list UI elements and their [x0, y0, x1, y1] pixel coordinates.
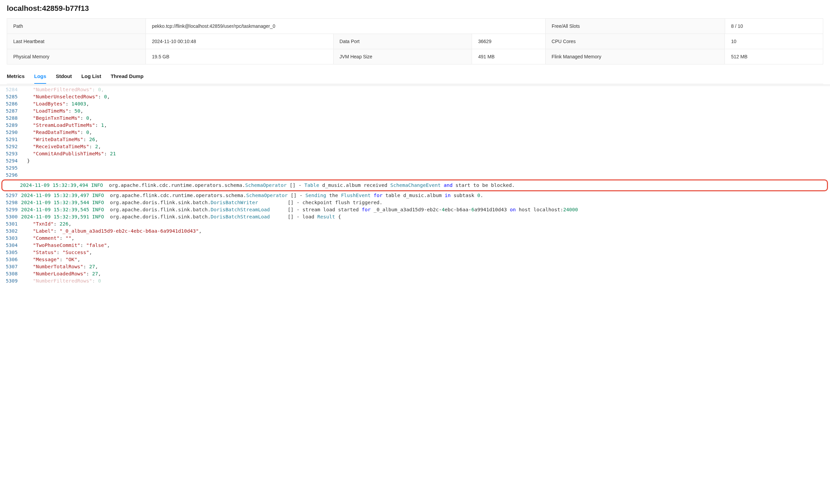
log-line: "Label": "_0_album_a3ad15d9-eb2c-4ebc-b6… — [21, 228, 830, 235]
log-line: "TwoPhaseCommit": "false", — [21, 242, 830, 249]
line-number: 5297 — [0, 192, 21, 199]
line-number: 5305 — [0, 249, 21, 256]
line-number: 5300 — [0, 213, 21, 220]
log-line: "ReceiveDataTimeMs": 2, — [21, 143, 830, 150]
log-line: "NumberFilteredRows": 0 — [21, 277, 830, 285]
dataport-value: 36629 — [472, 34, 545, 49]
line-number: 5285 — [0, 93, 21, 100]
tab-stdout[interactable]: Stdout — [56, 71, 72, 84]
log-line: 2024-11-09 15:32:39,591 INFO org.apache.… — [21, 213, 830, 220]
path-value: pekko.tcp://flink@localhost:42859/user/r… — [146, 19, 546, 34]
log-line: "ReadDataTimeMs": 0, — [21, 129, 830, 136]
line-number: 5291 — [0, 136, 21, 143]
log-line: "NumberTotalRows": 27, — [21, 263, 830, 270]
log-line: 2024-11-09 15:32:39,545 INFO org.apache.… — [21, 206, 830, 213]
log-line: "Comment": "", — [21, 235, 830, 242]
heartbeat-value: 2024-11-10 00:10:48 — [146, 34, 334, 49]
flinkmem-label: Flink Managed Memory — [546, 49, 725, 64]
log-line: "NumberUnselectedRows": 0, — [21, 93, 830, 100]
cpu-label: CPU Cores — [546, 34, 725, 49]
jvmheap-label: JVM Heap Size — [334, 49, 472, 64]
heartbeat-label: Last Heartbeat — [7, 34, 146, 49]
line-number: 5293 — [0, 150, 21, 157]
log-line — [21, 172, 830, 179]
log-line: "CommitAndPublishTimeMs": 21 — [21, 150, 830, 157]
line-number: 5298 — [0, 199, 21, 206]
log-line: "NumberLoadedRows": 27, — [21, 270, 830, 277]
slots-value: 8 / 10 — [725, 19, 823, 34]
line-number: 5306 — [0, 256, 21, 263]
path-label: Path — [7, 19, 146, 34]
line-number: 5294 — [0, 157, 21, 164]
log-line: 2024-11-09 15:32:39,544 INFO org.apache.… — [21, 199, 830, 206]
flinkmem-value: 512 MB — [725, 49, 823, 64]
line-number: 5304 — [0, 242, 21, 249]
tab-logs[interactable]: Logs — [34, 71, 46, 84]
line-number: 5289 — [0, 122, 21, 129]
log-line: } — [21, 157, 830, 164]
log-line: "NumberFilteredRows": 0, — [21, 86, 830, 93]
table-row: Last Heartbeat 2024-11-10 00:10:48 Data … — [7, 34, 823, 49]
line-number: 5295 — [0, 164, 21, 172]
log-line: 2024-11-09 15:32:39,497 INFO org.apache.… — [21, 192, 830, 199]
slots-label: Free/All Slots — [546, 19, 725, 34]
log-line: "StreamLoadPutTimeMs": 1, — [21, 122, 830, 129]
line-number: 5296 — [0, 172, 21, 179]
info-table: Path pekko.tcp://flink@localhost:42859/u… — [7, 18, 823, 64]
line-number: 5308 — [0, 270, 21, 277]
cpu-value: 10 — [725, 34, 823, 49]
line-number: 5302 — [0, 228, 21, 235]
log-line: "LoadTimeMs": 50, — [21, 108, 830, 115]
dataport-label: Data Port — [334, 34, 472, 49]
log-line: "LoadBytes": 14003, — [21, 100, 830, 108]
page-title: localhost:42859-b77f13 — [7, 4, 823, 13]
tab-threaddump[interactable]: Thread Dump — [111, 71, 144, 84]
physmem-label: Physical Memory — [7, 49, 146, 64]
line-number: 5303 — [0, 235, 21, 242]
log-line: "Message": "OK", — [21, 256, 830, 263]
tab-bar: Metrics Logs Stdout Log List Thread Dump — [7, 68, 823, 84]
line-number: 5286 — [0, 100, 21, 108]
log-line: "WriteDataTimeMs": 26, — [21, 136, 830, 143]
highlighted-log: . 2024-11-09 15:32:39,494 INFO org.apach… — [1, 179, 828, 191]
log-line: "BeginTxnTimeMs": 0, — [21, 115, 830, 122]
line-number: 5284 — [0, 86, 21, 93]
line-number: 5309 — [0, 277, 21, 285]
table-row: Path pekko.tcp://flink@localhost:42859/u… — [7, 19, 823, 34]
log-line — [21, 164, 830, 172]
log-panel: 5284 "NumberFilteredRows": 0, 5285 "Numb… — [0, 84, 830, 285]
table-row: Physical Memory 19.5 GB JVM Heap Size 49… — [7, 49, 823, 64]
line-number: 5307 — [0, 263, 21, 270]
line-number: 5288 — [0, 115, 21, 122]
tab-loglist[interactable]: Log List — [81, 71, 101, 84]
log-body[interactable]: 5284 "NumberFilteredRows": 0, 5285 "Numb… — [0, 86, 830, 285]
line-number: 5299 — [0, 206, 21, 213]
jvmheap-value: 491 MB — [472, 49, 545, 64]
line-number: 5287 — [0, 108, 21, 115]
line-number: 5290 — [0, 129, 21, 136]
log-line-highlighted: 2024-11-09 15:32:39,494 INFO org.apache.… — [20, 182, 827, 189]
log-line: "TxnId": 226, — [21, 220, 830, 228]
line-number: 5292 — [0, 143, 21, 150]
physmem-value: 19.5 GB — [146, 49, 334, 64]
line-number: 5301 — [0, 220, 21, 228]
tab-metrics[interactable]: Metrics — [7, 71, 25, 84]
log-line: "Status": "Success", — [21, 249, 830, 256]
